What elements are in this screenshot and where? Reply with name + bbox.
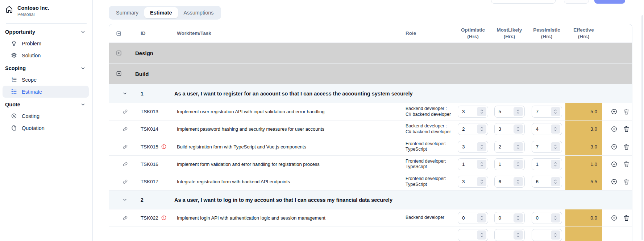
pessimistic-input[interactable]: 1 <box>532 158 562 170</box>
increment-button[interactable] <box>480 127 483 129</box>
select-all-checkbox[interactable] <box>116 30 122 37</box>
decrement-button[interactable] <box>554 112 557 114</box>
collapse-story-button[interactable] <box>122 91 128 96</box>
sidebar-item-estimate[interactable]: Estimate <box>3 86 89 98</box>
decrement-button[interactable] <box>516 235 520 237</box>
vertical-scrollbar[interactable] <box>641 15 643 240</box>
delete-row-button[interactable] <box>623 161 630 168</box>
add-row-button[interactable] <box>611 126 618 132</box>
link-icon[interactable] <box>122 179 128 184</box>
increment-button[interactable] <box>516 144 520 147</box>
mostlikely-input[interactable]: 0 <box>494 212 525 224</box>
org-header[interactable]: Contoso Inc. Personal <box>0 4 92 18</box>
increment-button[interactable] <box>516 233 520 235</box>
delete-row-button[interactable] <box>623 215 630 221</box>
increment-button[interactable] <box>480 144 483 147</box>
collapse-group-button[interactable] <box>116 70 122 77</box>
increment-button[interactable] <box>480 179 483 181</box>
link-icon[interactable] <box>122 126 128 132</box>
topbar-primary-button[interactable] <box>594 0 625 4</box>
delete-row-button[interactable] <box>623 178 630 185</box>
optimistic-input[interactable] <box>458 229 488 241</box>
tab-assumptions[interactable]: Assumptions <box>178 7 220 18</box>
decrement-button[interactable] <box>554 218 557 220</box>
increment-button[interactable] <box>554 162 557 164</box>
pessimistic-input[interactable] <box>532 229 562 241</box>
increment-button[interactable] <box>554 144 557 147</box>
mostlikely-input[interactable]: 2 <box>494 141 525 153</box>
sidebar-item-scope[interactable]: 123Scope <box>3 74 89 86</box>
add-row-button[interactable] <box>611 178 618 185</box>
optimistic-input[interactable]: 0 <box>458 212 488 224</box>
increment-button[interactable] <box>480 162 483 164</box>
delete-row-button[interactable] <box>623 108 630 115</box>
increment-button[interactable] <box>516 162 520 164</box>
link-icon[interactable] <box>122 144 128 150</box>
add-row-button[interactable] <box>611 143 618 150</box>
decrement-button[interactable] <box>480 218 483 220</box>
increment-button[interactable] <box>480 233 483 235</box>
sidebar-item-quotation[interactable]: Quotation <box>3 122 89 134</box>
optimistic-input[interactable]: 3 <box>458 141 488 153</box>
nav-section-opportunity[interactable]: Opportunity <box>0 25 92 37</box>
increment-button[interactable] <box>480 216 483 218</box>
decrement-button[interactable] <box>480 147 483 149</box>
nav-section-scoping[interactable]: Scoping <box>0 61 92 74</box>
add-row-button[interactable] <box>611 108 618 115</box>
tab-summary[interactable]: Summary <box>110 7 144 18</box>
optimistic-input[interactable]: 3 <box>458 176 488 188</box>
tab-estimate[interactable]: Estimate <box>144 7 178 18</box>
pessimistic-input[interactable]: 4 <box>532 123 562 135</box>
sidebar-item-problem[interactable]: Problem <box>3 37 89 49</box>
optimistic-input[interactable]: 2 <box>458 123 488 135</box>
collapse-story-button[interactable] <box>122 197 128 203</box>
decrement-button[interactable] <box>554 129 557 131</box>
delete-row-button[interactable] <box>623 143 630 150</box>
decrement-button[interactable] <box>516 112 520 114</box>
increment-button[interactable] <box>516 216 520 218</box>
topbar-input[interactable] <box>491 0 556 4</box>
mostlikely-input[interactable]: 3 <box>494 123 525 135</box>
decrement-button[interactable] <box>480 182 483 184</box>
increment-button[interactable] <box>554 109 557 111</box>
mostlikely-input[interactable] <box>494 229 525 241</box>
increment-button[interactable] <box>516 179 520 181</box>
add-row-button[interactable] <box>611 215 618 221</box>
sidebar-item-solution[interactable]: Solution <box>3 49 89 61</box>
decrement-button[interactable] <box>516 129 520 131</box>
add-row-button[interactable] <box>611 161 618 168</box>
increment-button[interactable] <box>554 127 557 129</box>
increment-button[interactable] <box>516 109 520 111</box>
sidebar-item-costing[interactable]: Costing <box>3 110 89 122</box>
increment-button[interactable] <box>480 109 483 111</box>
mostlikely-input[interactable]: 6 <box>494 176 525 188</box>
nav-section-quote[interactable]: Quote <box>0 98 92 110</box>
decrement-button[interactable] <box>554 235 557 237</box>
optimistic-input[interactable]: 1 <box>458 158 488 170</box>
increment-button[interactable] <box>554 216 557 218</box>
decrement-button[interactable] <box>516 164 520 167</box>
decrement-button[interactable] <box>554 182 557 184</box>
decrement-button[interactable] <box>554 147 557 149</box>
decrement-button[interactable] <box>516 147 520 149</box>
mostlikely-input[interactable]: 1 <box>494 158 525 170</box>
pessimistic-input[interactable]: 0 <box>532 212 562 224</box>
link-icon[interactable] <box>122 215 128 221</box>
topbar-button[interactable] <box>564 0 589 4</box>
decrement-button[interactable] <box>480 164 483 167</box>
decrement-button[interactable] <box>480 129 483 131</box>
pessimistic-input[interactable]: 7 <box>532 106 562 118</box>
link-icon[interactable] <box>122 162 128 167</box>
increment-button[interactable] <box>554 179 557 181</box>
delete-row-button[interactable] <box>623 126 630 132</box>
increment-button[interactable] <box>554 233 557 235</box>
increment-button[interactable] <box>516 127 520 129</box>
decrement-button[interactable] <box>516 182 520 184</box>
decrement-button[interactable] <box>480 235 483 237</box>
decrement-button[interactable] <box>480 112 483 114</box>
mostlikely-input[interactable]: 5 <box>494 106 525 118</box>
decrement-button[interactable] <box>516 218 520 220</box>
pessimistic-input[interactable]: 7 <box>532 141 562 153</box>
pessimistic-input[interactable]: 6 <box>532 176 562 188</box>
expand-group-button[interactable] <box>116 50 122 56</box>
